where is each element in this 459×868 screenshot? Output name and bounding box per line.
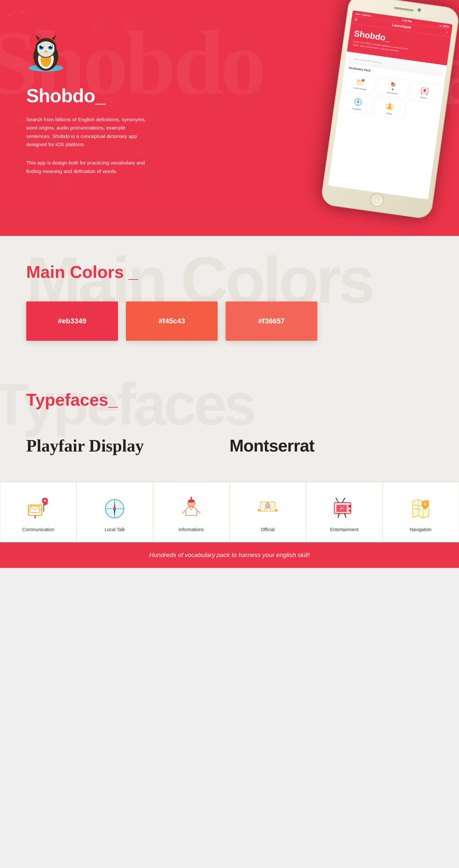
icon-card-entertainment: Entertainment: [306, 482, 382, 542]
hero-section: Shobdo Aa: [0, 0, 459, 236]
svg-rect-44: [392, 82, 393, 84]
footer-banner: Hundreds of vocabulary pack to harness y…: [0, 542, 459, 568]
typefaces-section-title: Typefaces_: [26, 390, 433, 410]
colors-section: Main Colors Main Colors _ #eb3349 #f45c4…: [0, 236, 459, 370]
color-swatch-3-label: #f36657: [258, 317, 285, 326]
color-swatch-3: #f36657: [226, 302, 317, 341]
hero-title: Shobdo_: [26, 85, 177, 106]
color-swatches: #eb3349 #f45c43 #f36657: [26, 302, 433, 341]
icon-card-localtalk: Local Talk: [77, 482, 153, 542]
navigation-label: Navigation: [410, 527, 431, 532]
icons-section: Communication: [0, 482, 459, 542]
svg-marker-24: [52, 35, 56, 40]
icon-card-official: Official: [229, 482, 306, 542]
communication-label: Communication: [22, 527, 54, 532]
svg-rect-8: [59, 180, 65, 187]
footer-text: Hundreds of vocabulary pack to harness y…: [26, 552, 433, 559]
typefaces-content: Playfair Display Montserrat: [26, 429, 433, 456]
hero-description2: This app is design both for practicing v…: [26, 159, 151, 175]
localtalk-label: Local Talk: [105, 527, 125, 532]
svg-line-41: [363, 79, 364, 80]
svg-point-98: [336, 497, 337, 499]
svg-line-102: [345, 514, 346, 517]
svg-line-50: [421, 93, 422, 94]
hero-phone-area: ●●●○ Carrier ← 1:20 PM ▲ 100% ☰ Launchpa…: [246, 0, 459, 226]
svg-line-84: [182, 510, 185, 513]
localtalk-icon: [102, 495, 128, 522]
hero-description1: Search from billions of English definiti…: [26, 115, 151, 149]
typeface-montserrat: Montserrat: [229, 436, 433, 456]
svg-point-95: [348, 505, 351, 507]
svg-point-59: [389, 106, 391, 108]
icon-card-communication: Communication: [0, 482, 77, 542]
svg-line-85: [197, 510, 200, 513]
informations-icon: [178, 495, 204, 522]
hero-left: Shobdo_ Search from billions of English …: [26, 20, 177, 175]
colors-section-title: Main Colors _: [26, 262, 433, 282]
color-swatch-2: #f45c43: [126, 302, 218, 341]
typeface-playfair: Playfair Display: [26, 436, 229, 456]
svg-line-99: [342, 498, 345, 502]
svg-point-96: [349, 509, 351, 512]
color-swatch-1-label: #eb3349: [58, 317, 87, 326]
svg-point-89: [265, 503, 270, 507]
owl-logo: [26, 33, 65, 75]
svg-point-79: [114, 508, 115, 509]
typeface-playfair-name: Playfair Display: [26, 436, 229, 456]
svg-rect-91: [262, 510, 274, 511]
svg-line-101: [338, 514, 339, 517]
icons-grid: Communication: [0, 482, 459, 542]
official-label: Official: [261, 527, 275, 532]
svg-point-90: [267, 502, 268, 503]
svg-point-109: [424, 503, 426, 505]
svg-line-51: [426, 93, 428, 95]
informations-label: Informations: [179, 527, 204, 532]
phone-screen: ●●●○ Carrier ← 1:20 PM ▲ 100% ☰ Launchpa…: [328, 10, 453, 199]
svg-point-33: [51, 45, 52, 47]
entertainment-label: Entertainment: [330, 527, 358, 532]
color-swatch-1: #eb3349: [26, 302, 118, 341]
svg-point-100: [344, 497, 346, 499]
svg-point-83: [191, 496, 193, 498]
svg-point-46: [392, 89, 394, 90]
icon-card-navigation: Navigation: [382, 482, 459, 542]
official-icon: [255, 495, 281, 522]
entertainment-icon: [331, 495, 357, 522]
icon-card-informations: Informations: [153, 482, 229, 542]
typefaces-section: Typefaces Typefaces_ Playfair Display Mo…: [0, 370, 459, 482]
svg-point-35: [40, 42, 52, 47]
svg-marker-23: [35, 35, 40, 40]
typeface-montserrat-name: Montserrat: [229, 436, 433, 456]
color-swatch-2-label: #f45c43: [159, 317, 185, 326]
navigation-icon: [407, 495, 434, 522]
svg-rect-60: [389, 103, 391, 105]
svg-line-97: [336, 498, 339, 502]
communication-icon: [25, 495, 52, 522]
